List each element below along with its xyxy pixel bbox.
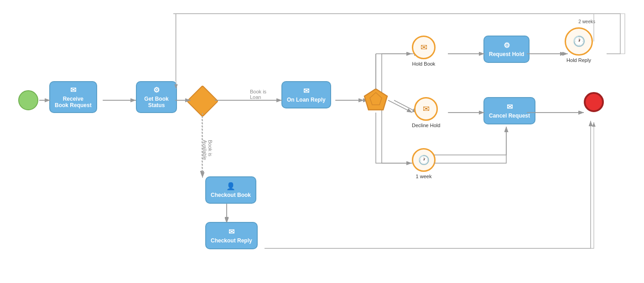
hold-book-node[interactable]: ✉ Hold Book <box>412 36 436 67</box>
cancel-request-label: Cancel Request <box>489 113 530 119</box>
envelope-icon <box>70 86 76 94</box>
receive-book-request-label: Receive Book Request <box>55 96 92 108</box>
on-loan-reply-box[interactable]: On Loan Reply <box>281 81 331 108</box>
on-loan-reply-node[interactable]: On Loan Reply <box>281 81 331 108</box>
book-is-loan-label: Book isLoan <box>250 89 266 100</box>
request-hold-node[interactable]: Request Hold <box>483 36 530 63</box>
get-book-status-box[interactable]: Get BookStatus <box>136 81 177 113</box>
get-book-status-node[interactable]: Get BookStatus <box>136 81 177 113</box>
cancel-request-box[interactable]: Cancel Request <box>483 97 535 124</box>
request-hold-label: Request Hold <box>489 51 524 57</box>
end-circle <box>584 92 604 112</box>
book-is-available-label: Book isAvailable <box>202 140 213 160</box>
timer-1week-label: 1 week <box>416 174 432 179</box>
gear-icon <box>153 86 160 94</box>
user-icon <box>226 182 235 190</box>
checkout-book-node[interactable]: Checkout Book <box>205 176 256 204</box>
checkout-book-label: Checkout Book <box>211 192 251 198</box>
receive-book-request-box[interactable]: Receive Book Request <box>49 81 97 113</box>
decline-hold-node[interactable]: ✉ Decline Hold <box>412 97 440 128</box>
hold-book-label: Hold Book <box>412 61 436 67</box>
gateway1-diamond[interactable] <box>187 85 219 118</box>
get-book-status-label: Get BookStatus <box>144 96 168 108</box>
envelope-icon-4 <box>229 227 234 236</box>
checkout-reply-box[interactable]: Checkout Reply <box>205 222 258 249</box>
timer-circle[interactable]: 🕐 <box>412 148 436 172</box>
envelope-icon-2 <box>303 87 309 95</box>
cancel-request-node[interactable]: Cancel Request <box>483 97 535 124</box>
svg-line-24 <box>388 100 412 113</box>
diagram-canvas: Receive Book Request Get BookStatus Book… <box>0 0 644 283</box>
gear-icon-2 <box>504 41 510 50</box>
hold-reply-node[interactable]: 2 weeks 🕐 Hold Reply <box>565 27 593 63</box>
decline-hold-label: Decline Hold <box>412 123 440 128</box>
on-loan-reply-label: On Loan Reply <box>287 97 326 103</box>
envelope-icon-3 <box>507 103 513 111</box>
receive-book-request-node[interactable]: Receive Book Request <box>49 81 97 113</box>
decline-hold-circle[interactable]: ✉ <box>414 97 438 121</box>
hold-book-circle[interactable]: ✉ <box>412 36 436 59</box>
checkout-book-box[interactable]: Checkout Book <box>205 176 256 204</box>
gateway1-node[interactable] <box>190 89 215 113</box>
gateway2-svg[interactable] <box>364 88 388 113</box>
checkout-reply-node[interactable]: Checkout Reply <box>205 222 258 249</box>
two-weeks-label: 2 weeks <box>578 19 595 24</box>
timer-1week-node[interactable]: 🕐 1 week <box>412 148 436 179</box>
svg-marker-14 <box>364 89 387 110</box>
hold-reply-label: Hold Reply <box>566 57 591 63</box>
start-event <box>18 90 38 110</box>
hold-reply-circle[interactable]: 🕐 <box>565 27 593 56</box>
request-hold-box[interactable]: Request Hold <box>483 36 530 63</box>
checkout-reply-label: Checkout Reply <box>211 237 252 244</box>
gateway2-node[interactable] <box>364 88 388 113</box>
end-event-node <box>584 92 604 112</box>
start-circle <box>18 90 38 110</box>
